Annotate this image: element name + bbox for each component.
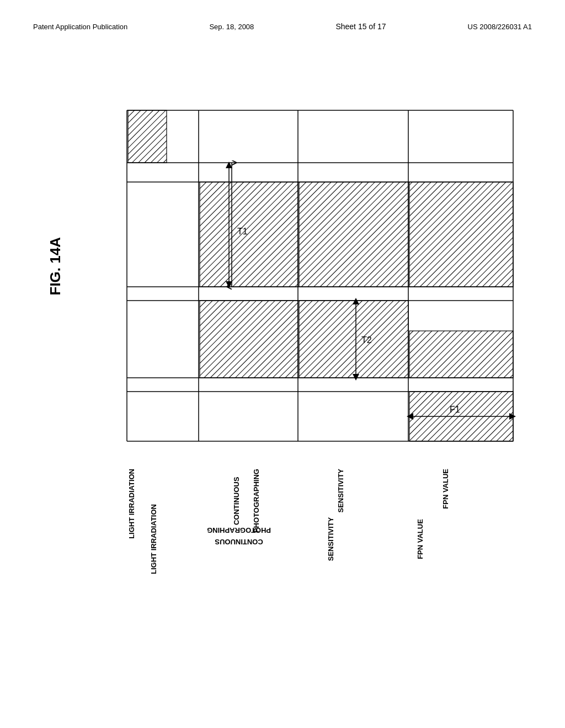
label-fpn-value-rotated: FPN VALUE	[416, 519, 424, 559]
figure-label: FIG. 14A	[47, 237, 64, 295]
header-patent: US 2008/226031 A1	[468, 23, 532, 31]
label-sensitivity-rotated: SENSITIVITY	[327, 517, 335, 561]
header-date: Sep. 18, 2008	[209, 23, 254, 31]
svg-rect-12	[200, 301, 298, 378]
label-continuous-photographing-rotated: CONTINUOUSPHOTOGRAPHING	[227, 504, 250, 568]
header: Patent Application Publication Sep. 18, …	[33, 22, 532, 31]
f1-label: F1	[450, 405, 460, 414]
svg-rect-9	[409, 182, 513, 287]
label-light-irradiation-rotated: LIGHT IRRADIATION	[150, 504, 158, 574]
svg-rect-13	[299, 301, 408, 378]
svg-rect-4	[128, 110, 167, 163]
svg-rect-7	[200, 182, 298, 287]
header-left: Patent Application Publication	[33, 23, 127, 31]
header-sheet: Sheet 15 of 17	[335, 22, 386, 31]
t1-label: T1	[237, 227, 248, 236]
page: Patent Application Publication Sep. 18, …	[0, 0, 565, 728]
timing-diagram: T1 T2 F1	[110, 72, 530, 458]
svg-rect-14	[409, 331, 513, 378]
svg-rect-8	[299, 182, 408, 287]
rotated-labels: LIGHT IRRADIATION CONTINUOUSPHOTOGRAPHIN…	[0, 463, 565, 684]
t2-label: T2	[361, 335, 372, 345]
